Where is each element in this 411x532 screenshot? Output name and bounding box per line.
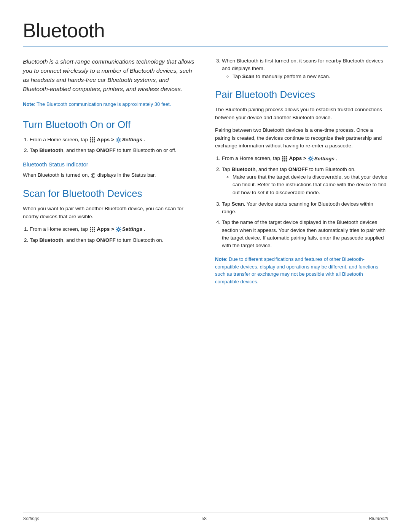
- turn-step2-text: Tap Bluetooth, and then tap ON/OFF to tu…: [30, 147, 176, 153]
- turn-step1-prefix: From a Home screen, tap: [30, 137, 88, 142]
- turn-step-1: From a Home screen, tap: [30, 136, 196, 144]
- svg-point-9: [117, 139, 119, 141]
- page-title: Bluetooth: [23, 19, 388, 42]
- scan-step3b-suffix: to manually perform a new scan.: [256, 73, 330, 79]
- svg-rect-25: [94, 231, 95, 232]
- svg-rect-27: [282, 156, 284, 158]
- svg-rect-21: [92, 229, 93, 230]
- svg-rect-22: [94, 229, 95, 230]
- scan-step3-list: When Bluetooth is first turned on, it sc…: [222, 57, 388, 80]
- pair-step1-apps: Apps >: [289, 155, 306, 161]
- svg-rect-29: [286, 156, 287, 158]
- turn-section: Turn Bluetooth On or Off From a Home scr…: [23, 119, 196, 180]
- pair-body1: The Bluetooth pairing process allows you…: [215, 106, 388, 122]
- scan-step-3: When Bluetooth is first turned on, it sc…: [222, 57, 388, 80]
- turn-steps-list: From a Home screen, tap: [30, 136, 196, 155]
- svg-rect-7: [92, 141, 93, 143]
- footer-left: Settings: [23, 516, 39, 521]
- status-indicator-title: Bluetooth Status Indicator: [23, 161, 196, 168]
- svg-rect-20: [90, 229, 91, 230]
- svg-rect-17: [90, 227, 91, 228]
- scan-steps-list: From a Home screen, tap: [30, 225, 196, 244]
- pair-step1-prefix: From a Home screen, tap: [222, 155, 280, 161]
- footer-right: Bluetooth: [369, 516, 388, 521]
- scan-step3a: When Bluetooth is first turned on, it sc…: [222, 58, 383, 71]
- main-content: Bluetooth is a short-range communication…: [23, 57, 388, 294]
- svg-rect-18: [92, 227, 93, 228]
- scan-step1-settings: Settings .: [122, 225, 145, 233]
- svg-rect-8: [94, 141, 95, 143]
- svg-rect-35: [286, 160, 287, 161]
- scan-step-1: From a Home screen, tap: [30, 225, 196, 233]
- svg-rect-34: [284, 160, 285, 161]
- bluetooth-status-icon: [91, 173, 96, 178]
- scan-intro: When you want to pair with another Bluet…: [23, 205, 196, 221]
- pair-step-4: Tap the name of the target device displa…: [222, 219, 388, 249]
- scan-step3-bullet: Tap Scan to manually perform a new scan.: [233, 73, 388, 80]
- svg-rect-31: [284, 158, 285, 160]
- svg-rect-6: [90, 141, 91, 143]
- pair-step2-bullets: Make sure that the target device is disc…: [233, 173, 388, 197]
- svg-rect-19: [94, 227, 95, 228]
- right-column: When Bluetooth is first turned on, it sc…: [215, 57, 388, 294]
- settings-icon: Settings .: [116, 136, 145, 144]
- turn-step1-apps: Apps >: [97, 137, 114, 142]
- svg-point-36: [309, 158, 312, 160]
- scan-step1-prefix: From a Home screen, tap: [30, 226, 88, 232]
- intro-note-label: Note: [23, 101, 34, 107]
- page: Bluetooth Bluetooth is a short-range com…: [0, 0, 411, 532]
- pair-step2-bullet: Make sure that the target device is disc…: [233, 173, 388, 197]
- status-indicator-body: When Bluetooth is turned on,: [23, 171, 196, 179]
- scan-section-title: Scan for Bluetooth Devices: [23, 188, 196, 200]
- scan-step1-apps: Apps >: [97, 226, 114, 232]
- pair-settings-icon: Settings .: [308, 155, 338, 163]
- svg-rect-30: [282, 158, 284, 160]
- pair-step-2: Tap Bluetooth, and then tap ON/OFF to tu…: [222, 166, 388, 197]
- pair-note: Note: Due to different specifications an…: [215, 256, 388, 285]
- scan-step3-block: When Bluetooth is first turned on, it sc…: [215, 57, 388, 80]
- pair-step-3: Tap Scan. Your device starts scanning fo…: [222, 200, 388, 216]
- svg-point-26: [117, 228, 119, 231]
- svg-rect-4: [92, 139, 93, 141]
- svg-rect-3: [90, 139, 91, 141]
- scan-step-2: Tap Bluetooth, and then tap ON/OFF to tu…: [30, 236, 196, 244]
- svg-rect-28: [284, 156, 285, 158]
- svg-rect-1: [92, 137, 93, 139]
- svg-rect-23: [90, 231, 91, 232]
- pair-steps-list: From a Home screen, tap: [222, 155, 388, 249]
- pair-step1-settings: Settings .: [314, 155, 338, 163]
- turn-step-2: Tap Bluetooth, and then tap ON/OFF to tu…: [30, 147, 196, 154]
- pair-section: Pair Bluetooth Devices The Bluetooth pai…: [215, 89, 388, 286]
- svg-rect-2: [94, 137, 95, 139]
- scan-step3b-prefix: Tap: [233, 73, 241, 79]
- intro-text: Bluetooth is a short-range communication…: [23, 57, 196, 94]
- svg-rect-5: [94, 139, 95, 141]
- svg-rect-33: [282, 160, 284, 161]
- svg-rect-32: [286, 158, 287, 160]
- scan-settings-icon: Settings .: [116, 225, 145, 233]
- footer: Settings 58 Bluetooth: [23, 513, 388, 521]
- scan-apps-icon: [90, 227, 95, 232]
- pair-step-1: From a Home screen, tap: [222, 155, 388, 163]
- scan-step3b-scan: Scan: [242, 73, 255, 79]
- pair-note-text: : Due to different specifications and fe…: [215, 256, 378, 284]
- scan-section: Scan for Bluetooth Devices When you want…: [23, 188, 196, 244]
- pair-body2: Pairing between two Bluetooth devices is…: [215, 126, 388, 150]
- turn-step1-settings: Settings .: [122, 136, 145, 144]
- apps-icon: [90, 137, 95, 142]
- footer-page-number: 58: [202, 516, 207, 521]
- svg-rect-0: [90, 137, 91, 139]
- left-column: Bluetooth is a short-range communication…: [23, 57, 196, 294]
- title-divider: [23, 46, 388, 46]
- intro-note: Note: The Bluetooth communication range …: [23, 101, 196, 108]
- turn-section-title: Turn Bluetooth On or Off: [23, 119, 196, 131]
- pair-section-title: Pair Bluetooth Devices: [215, 89, 388, 101]
- pair-apps-icon: [282, 156, 287, 161]
- pair-note-label: Note: [215, 256, 226, 262]
- svg-rect-24: [92, 231, 93, 232]
- intro-note-body: : The Bluetooth communication range is a…: [34, 101, 171, 107]
- scan-step3-bullet-item: Tap Scan to manually perform a new scan.: [233, 73, 388, 80]
